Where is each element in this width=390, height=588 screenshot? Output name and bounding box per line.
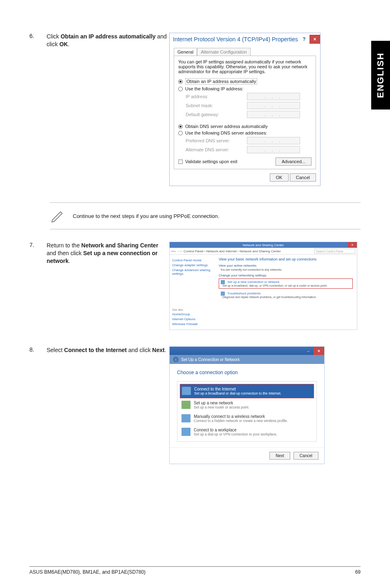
- sidebar-link-home[interactable]: Control Panel Home: [172, 258, 212, 262]
- building-icon: [182, 428, 191, 436]
- globe-icon: [182, 387, 191, 395]
- tab-general[interactable]: General: [174, 48, 197, 56]
- option-list: Connect to the Internet Set up a broadba…: [177, 381, 317, 442]
- search-input[interactable]: Search Control Panel: [314, 249, 355, 254]
- sidebar-link-adapter[interactable]: Change adapter settings: [172, 263, 212, 267]
- sidebar-link-advanced-sharing[interactable]: Change advanced sharing settings: [172, 268, 212, 276]
- option-connect-workplace[interactable]: Connect to a workplace Set up a dial-up …: [180, 425, 314, 439]
- close-button[interactable]: ×: [348, 242, 357, 248]
- option-setup-network[interactable]: Set up a new network Set up a new router…: [180, 398, 314, 412]
- step-number: 6.: [29, 33, 47, 186]
- breadcrumb[interactable]: Control Panel › Network and Internet › N…: [184, 249, 313, 253]
- text-bold: OK: [59, 41, 68, 47]
- wifi-icon: [182, 414, 191, 422]
- option-title: Manually connect to a wireless network: [194, 414, 312, 419]
- footer-rase: [29, 566, 361, 567]
- wizard-heading: Choose a connection option: [177, 370, 317, 375]
- step-text: Return to the Network and Sharing Center…: [47, 242, 169, 330]
- sidebar: Control Panel Home Change adapter settin…: [170, 255, 215, 330]
- ipv4-properties-dialog: Internet Protocol Version 4 (TCP/IPv4) P…: [169, 33, 321, 186]
- label-ip-address: IP address:: [186, 94, 247, 99]
- text-bold: Obtain an IP address automatically: [61, 33, 155, 40]
- highlighted-option: Set up a new connection or network Set u…: [219, 278, 353, 289]
- step-7: 7. Return to the Network and Sharing Cen…: [29, 242, 361, 330]
- cancel-button[interactable]: Cancel: [294, 452, 318, 460]
- text: and then click: [47, 250, 83, 256]
- text-bold: Network and Sharing Center: [81, 242, 158, 249]
- sidebar-link-internet-options[interactable]: Internet Options: [172, 317, 212, 321]
- troubleshoot-link[interactable]: Troubleshoot problems: [227, 292, 261, 295]
- radio-icon: [178, 124, 183, 129]
- help-button[interactable]: ?: [299, 35, 309, 44]
- radio-icon: [178, 131, 183, 135]
- setup-connection-wizard: – × ‹ Set Up a Connection or Network Cho…: [169, 346, 325, 464]
- label-default-gateway: Default gateway:: [186, 112, 247, 117]
- option-desc: Set up a dial-up or VPN connection to yo…: [194, 432, 312, 436]
- nav-fwd-icon[interactable]: ⟶: [177, 249, 182, 253]
- step-6: 6. Click Obtain an IP address automatica…: [29, 33, 361, 186]
- step-text: Select Connect to the Internet and click…: [47, 346, 169, 464]
- window-titlebar: Network and Sharing Center ×: [170, 242, 357, 248]
- step-text: Click Obtain an IP address automatically…: [47, 33, 169, 186]
- window-title: Network and Sharing Center: [243, 243, 284, 247]
- ip-address-field: . . .: [247, 93, 300, 100]
- checkbox-label: Validate settings upon exit: [185, 159, 238, 164]
- radio-use-following-ip[interactable]: Use the following IP address:: [178, 86, 312, 91]
- network-sharing-center-window: Network and Sharing Center × ⟵ ⟶ Control…: [169, 242, 357, 330]
- subheading-view-active: View your active networks: [219, 264, 353, 267]
- setup-connection-link[interactable]: Set up a new connection or network: [227, 280, 279, 284]
- radio-use-following-dns[interactable]: Use the following DNS server addresses:: [178, 130, 312, 135]
- subheading-change-settings: Change your networking settings: [219, 274, 353, 277]
- tab-alternate-configuration[interactable]: Alternate Configuration: [197, 48, 251, 56]
- sidebar-link-homegroup[interactable]: HomeGroup: [172, 312, 212, 316]
- radio-obtain-dns-auto[interactable]: Obtain DNS server address automatically: [178, 124, 312, 129]
- label-subnet-mask: Subnet mask:: [186, 103, 247, 108]
- next-button[interactable]: Next: [269, 452, 290, 460]
- wizard-titlebar: – ×: [170, 347, 324, 355]
- nav-back-icon[interactable]: ⟵: [171, 249, 176, 253]
- preferred-dns-field: . . .: [247, 137, 300, 144]
- router-icon: [182, 401, 191, 409]
- radio-obtain-ip-auto[interactable]: Obtain an IP address automatically: [178, 78, 312, 85]
- close-button[interactable]: ×: [309, 35, 320, 44]
- wizard-subtitle: Set Up a Connection or Network: [181, 357, 240, 362]
- label-alternate-dns: Alternate DNS server:: [186, 147, 247, 152]
- main-panel: View your basic network information and …: [215, 255, 357, 330]
- note-box: Continue to the next steps if you are us…: [50, 202, 361, 229]
- back-button[interactable]: ‹: [173, 357, 179, 362]
- close-button[interactable]: ×: [314, 347, 324, 355]
- sidebar-link-firewall[interactable]: Windows Firewall: [172, 322, 212, 326]
- ok-button[interactable]: OK: [270, 173, 289, 182]
- dialog-title: Internet Protocol Version 4 (TCP/IPv4) P…: [173, 36, 298, 43]
- main-heading: View your basic network information and …: [219, 257, 353, 261]
- minimize-button[interactable]: –: [303, 347, 314, 355]
- option-desc: Set up a broadband or dial-up connection…: [194, 391, 312, 395]
- option-title: Connect to a workplace: [194, 428, 312, 432]
- setup-connection-desc: Set up a broadband, dial-up, or VPN conn…: [222, 284, 351, 287]
- radio-icon: [178, 87, 183, 91]
- label-preferred-dns: Preferred DNS server:: [186, 138, 247, 143]
- option-manual-wireless[interactable]: Manually connect to a wireless network C…: [180, 412, 314, 425]
- pencil-icon: [50, 208, 66, 224]
- advanced-button[interactable]: Advanced...: [276, 157, 312, 166]
- option-desc: Set up a new router or access point.: [194, 405, 312, 409]
- default-gateway-field: . . .: [247, 111, 300, 118]
- option-connect-internet[interactable]: Connect to the Internet Set up a broadba…: [180, 384, 314, 398]
- checkbox-validate[interactable]: [178, 159, 183, 164]
- option-title: Connect to the Internet: [194, 387, 312, 391]
- text: .: [69, 258, 70, 264]
- text: and click: [127, 347, 152, 353]
- not-connected-text: You are currently not connected to any n…: [220, 268, 353, 271]
- radio-icon: [178, 79, 183, 84]
- text: .: [68, 41, 69, 47]
- note-text: Continue to the next steps if you are us…: [73, 213, 219, 219]
- text: Return to the: [47, 242, 81, 249]
- step-number: 7.: [29, 242, 47, 330]
- footer-product-name: ASUS BM6AE(MD780), BM1AE, and BP1AE(SD78…: [29, 569, 146, 575]
- address-bar: ⟵ ⟶ Control Panel › Network and Internet…: [170, 248, 357, 255]
- connection-icon: [221, 280, 225, 284]
- dialog-info-text: You can get IP settings assigned automat…: [178, 59, 312, 74]
- radio-label: Use the following DNS server addresses:: [185, 130, 267, 135]
- troubleshoot-desc: Diagnose and repair network problems, or…: [222, 296, 351, 298]
- cancel-button[interactable]: Cancel: [290, 173, 316, 182]
